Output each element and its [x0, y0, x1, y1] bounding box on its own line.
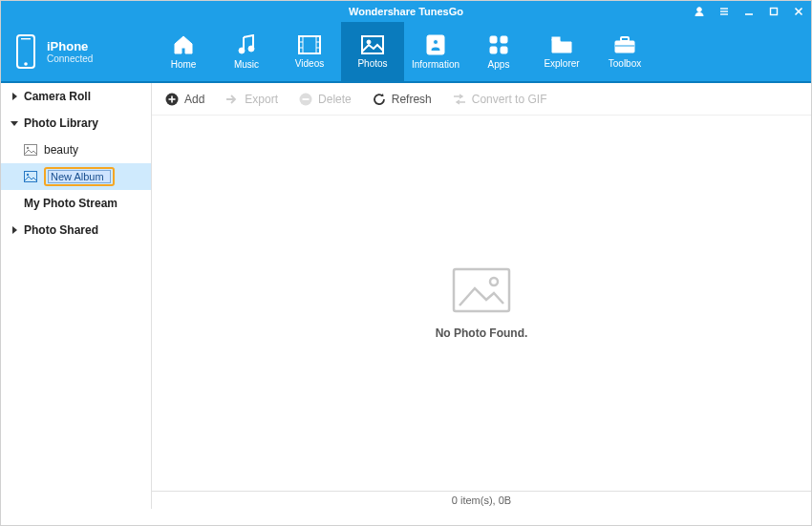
- svg-rect-26: [501, 36, 507, 43]
- tab-information-label: Information: [412, 59, 459, 70]
- svg-rect-31: [621, 37, 629, 41]
- svg-rect-28: [501, 47, 507, 53]
- videos-icon: [298, 35, 321, 54]
- tab-photos[interactable]: Photos: [341, 22, 404, 81]
- window-controls: [687, 1, 811, 22]
- sidebar-photo-shared-label: Photo Shared: [24, 223, 98, 237]
- svg-rect-29: [552, 37, 560, 40]
- svg-rect-42: [454, 269, 509, 311]
- tab-toolbox-label: Toolbox: [609, 58, 641, 69]
- user-icon[interactable]: [687, 1, 712, 22]
- svg-point-34: [27, 147, 29, 149]
- sidebar-item-camera-roll[interactable]: Camera Roll: [1, 83, 151, 110]
- main: Add Export Delete Refresh Convert to GIF: [152, 83, 811, 509]
- chevron-down-icon: [11, 120, 18, 127]
- photos-icon: [361, 35, 384, 54]
- convert-icon: [453, 94, 466, 105]
- tab-toolbox[interactable]: Toolbox: [593, 22, 656, 81]
- sidebar-photo-library-label: Photo Library: [24, 116, 98, 130]
- picture-icon: [24, 171, 37, 182]
- svg-rect-25: [490, 36, 497, 43]
- sidebar-item-photo-shared[interactable]: Photo Shared: [1, 217, 151, 243]
- sidebar-camera-roll-label: Camera Roll: [24, 90, 91, 103]
- svg-point-9: [24, 62, 28, 66]
- tab-home[interactable]: Home: [152, 22, 215, 81]
- refresh-icon: [373, 93, 386, 106]
- picture-icon: [24, 144, 37, 156]
- svg-point-12: [248, 46, 254, 52]
- tab-photos-label: Photos: [357, 58, 387, 69]
- sidebar-item-new-album[interactable]: [1, 163, 151, 190]
- body: Camera Roll Photo Library beauty My Phot…: [1, 83, 811, 509]
- album-name-input[interactable]: [48, 170, 111, 183]
- delete-button: Delete: [299, 93, 352, 106]
- sidebar-my-photo-stream-label: My Photo Stream: [24, 197, 118, 210]
- refresh-label: Refresh: [392, 93, 432, 106]
- svg-rect-10: [21, 38, 31, 39]
- information-icon: [425, 34, 446, 55]
- device-name: iPhone: [47, 39, 93, 53]
- tab-videos[interactable]: Videos: [278, 22, 341, 81]
- tab-explorer-label: Explorer: [544, 58, 579, 69]
- album-name-edit-wrap: [44, 167, 115, 186]
- status-text: 0 item(s), 0B: [452, 494, 511, 506]
- svg-point-22: [367, 40, 371, 44]
- svg-point-36: [27, 174, 29, 176]
- content-area: No Photo Found.: [152, 116, 811, 492]
- tab-information[interactable]: Information: [404, 22, 467, 81]
- toolbox-icon: [613, 35, 636, 54]
- svg-rect-21: [362, 36, 383, 53]
- svg-rect-5: [771, 9, 778, 15]
- chevron-right-icon: [11, 226, 18, 234]
- export-label: Export: [245, 93, 278, 106]
- delete-icon: [299, 93, 312, 106]
- tab-home-label: Home: [171, 59, 197, 70]
- convert-label: Convert to GIF: [472, 93, 547, 106]
- device-status: Connected: [47, 53, 93, 64]
- svg-point-43: [490, 278, 498, 285]
- svg-rect-33: [25, 145, 37, 156]
- phone-icon: [14, 34, 37, 69]
- toolbar: Add Export Delete Refresh Convert to GIF: [152, 83, 811, 116]
- close-button[interactable]: [786, 1, 811, 22]
- delete-label: Delete: [318, 93, 352, 106]
- music-icon: [236, 34, 257, 55]
- convert-button: Convert to GIF: [453, 93, 547, 106]
- tab-explorer[interactable]: Explorer: [530, 22, 593, 81]
- sidebar-item-photo-library[interactable]: Photo Library: [1, 110, 151, 137]
- nav-tabs: Home Music Videos Photos Information App…: [152, 22, 811, 81]
- sidebar-item-my-photo-stream[interactable]: My Photo Stream: [1, 190, 151, 217]
- svg-rect-30: [615, 41, 634, 53]
- home-icon: [172, 34, 195, 55]
- add-button[interactable]: Add: [165, 93, 204, 106]
- menu-icon[interactable]: [712, 1, 737, 22]
- sidebar-item-beauty[interactable]: beauty: [1, 137, 151, 163]
- svg-point-0: [697, 8, 702, 12]
- svg-rect-35: [25, 172, 37, 182]
- tab-videos-label: Videos: [295, 58, 324, 69]
- maximize-button[interactable]: [761, 1, 786, 22]
- svg-rect-27: [490, 47, 497, 53]
- top-nav: iPhone Connected Home Music Videos Photo…: [1, 22, 811, 81]
- title-bar: Wondershare TunesGo: [1, 1, 811, 22]
- tab-music[interactable]: Music: [215, 22, 278, 81]
- sidebar: Camera Roll Photo Library beauty My Phot…: [1, 83, 152, 509]
- export-icon: [225, 94, 239, 105]
- chevron-right-icon: [11, 93, 18, 100]
- tab-apps-label: Apps: [488, 59, 510, 70]
- sidebar-beauty-label: beauty: [44, 143, 78, 157]
- minimize-button[interactable]: [737, 1, 761, 22]
- plus-icon: [165, 93, 179, 106]
- refresh-button[interactable]: Refresh: [373, 93, 432, 106]
- empty-message: No Photo Found.: [436, 326, 528, 340]
- add-label: Add: [184, 93, 204, 106]
- apps-icon: [488, 34, 509, 55]
- empty-photo-icon: [452, 267, 511, 313]
- status-bar: 0 item(s), 0B: [152, 492, 811, 509]
- tab-apps[interactable]: Apps: [467, 22, 530, 81]
- svg-point-24: [434, 39, 438, 44]
- explorer-icon: [550, 35, 573, 54]
- export-button: Export: [225, 93, 278, 106]
- tab-music-label: Music: [234, 59, 259, 70]
- device-box[interactable]: iPhone Connected: [1, 22, 152, 81]
